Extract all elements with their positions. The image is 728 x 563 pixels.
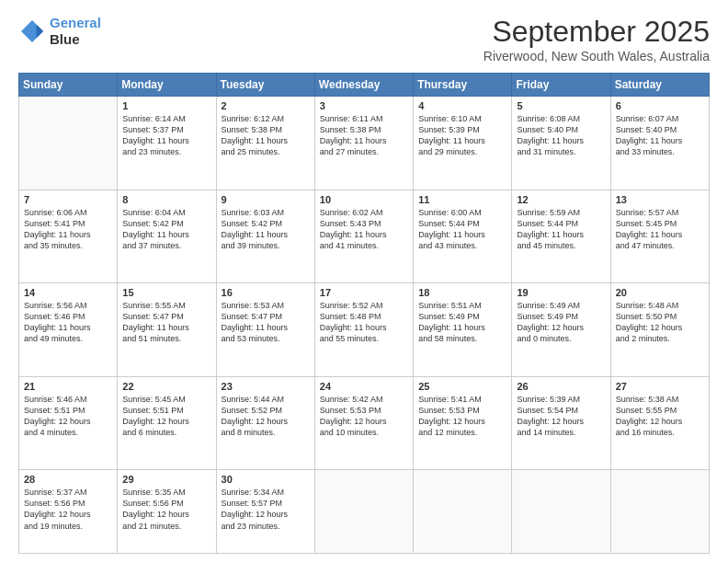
page: General Blue September 2025 Riverwood, N… (0, 0, 728, 563)
days-header-row: Sunday Monday Tuesday Wednesday Thursday… (19, 74, 710, 97)
calendar-cell: 6Sunrise: 6:07 AMSunset: 5:40 PMDaylight… (610, 97, 709, 190)
week-row-1: 1Sunrise: 6:14 AMSunset: 5:37 PMDaylight… (19, 97, 710, 190)
day-number: 26 (517, 381, 605, 392)
day-number: 3 (320, 100, 408, 111)
calendar-cell: 4Sunrise: 6:10 AMSunset: 5:39 PMDaylight… (414, 97, 512, 190)
calendar-cell (512, 470, 610, 554)
calendar-cell: 30Sunrise: 5:34 AMSunset: 5:57 PMDayligh… (216, 470, 314, 554)
month-title: September 2025 (483, 15, 710, 49)
day-number: 6 (616, 100, 704, 111)
calendar-cell: 12Sunrise: 5:59 AMSunset: 5:44 PMDayligh… (512, 190, 610, 283)
calendar-cell: 9Sunrise: 6:03 AMSunset: 5:42 PMDaylight… (216, 190, 314, 283)
cell-content: Sunrise: 6:11 AMSunset: 5:38 PMDaylight:… (320, 113, 408, 158)
week-row-4: 21Sunrise: 5:46 AMSunset: 5:51 PMDayligh… (19, 376, 710, 470)
calendar-cell: 16Sunrise: 5:53 AMSunset: 5:47 PMDayligh… (216, 283, 314, 377)
header-sunday: Sunday (19, 74, 118, 97)
day-number: 29 (122, 474, 210, 485)
cell-content: Sunrise: 5:42 AMSunset: 5:53 PMDaylight:… (320, 394, 408, 439)
calendar-cell: 8Sunrise: 6:04 AMSunset: 5:42 PMDaylight… (118, 190, 216, 283)
cell-content: Sunrise: 6:12 AMSunset: 5:38 PMDaylight:… (222, 113, 310, 158)
day-number: 28 (24, 474, 112, 485)
calendar-cell: 18Sunrise: 5:51 AMSunset: 5:49 PMDayligh… (414, 283, 512, 377)
day-number: 17 (320, 287, 408, 298)
calendar-cell: 26Sunrise: 5:39 AMSunset: 5:54 PMDayligh… (512, 376, 610, 470)
day-number: 21 (24, 381, 112, 392)
header-wednesday: Wednesday (314, 74, 413, 97)
calendar-cell: 14Sunrise: 5:56 AMSunset: 5:46 PMDayligh… (19, 283, 118, 377)
day-number: 30 (222, 474, 310, 485)
week-row-5: 28Sunrise: 5:37 AMSunset: 5:56 PMDayligh… (19, 470, 710, 554)
header-friday: Friday (512, 74, 610, 97)
header-monday: Monday (118, 74, 216, 97)
calendar-cell: 27Sunrise: 5:38 AMSunset: 5:55 PMDayligh… (610, 376, 709, 470)
calendar-cell: 24Sunrise: 5:42 AMSunset: 5:53 PMDayligh… (314, 376, 413, 470)
cell-content: Sunrise: 6:02 AMSunset: 5:43 PMDaylight:… (320, 207, 408, 252)
week-row-2: 7Sunrise: 6:06 AMSunset: 5:41 PMDaylight… (19, 190, 710, 283)
title-block: September 2025 Riverwood, New South Wale… (483, 15, 710, 63)
calendar-cell: 3Sunrise: 6:11 AMSunset: 5:38 PMDaylight… (314, 97, 413, 190)
header: General Blue September 2025 Riverwood, N… (18, 15, 710, 63)
logo: General Blue (18, 15, 101, 48)
day-number: 2 (222, 100, 310, 111)
calendar-cell: 23Sunrise: 5:44 AMSunset: 5:52 PMDayligh… (216, 376, 314, 470)
day-number: 16 (222, 287, 310, 298)
day-number: 24 (320, 381, 408, 392)
calendar-cell: 20Sunrise: 5:48 AMSunset: 5:50 PMDayligh… (610, 283, 709, 377)
day-number: 5 (517, 100, 605, 111)
day-number: 20 (616, 287, 704, 298)
calendar-cell (414, 470, 512, 554)
day-number: 23 (222, 381, 310, 392)
cell-content: Sunrise: 6:03 AMSunset: 5:42 PMDaylight:… (222, 207, 310, 252)
cell-content: Sunrise: 5:49 AMSunset: 5:49 PMDaylight:… (517, 300, 605, 345)
header-thursday: Thursday (414, 74, 512, 97)
calendar-cell (314, 470, 413, 554)
day-number: 22 (122, 381, 210, 392)
cell-content: Sunrise: 5:57 AMSunset: 5:45 PMDaylight:… (616, 207, 704, 252)
day-number: 13 (616, 194, 704, 205)
day-number: 11 (418, 194, 506, 205)
day-number: 7 (24, 194, 112, 205)
logo-icon (18, 17, 46, 45)
week-row-3: 14Sunrise: 5:56 AMSunset: 5:46 PMDayligh… (19, 283, 710, 377)
cell-content: Sunrise: 5:39 AMSunset: 5:54 PMDaylight:… (517, 394, 605, 439)
cell-content: Sunrise: 5:48 AMSunset: 5:50 PMDaylight:… (616, 300, 704, 345)
cell-content: Sunrise: 6:14 AMSunset: 5:37 PMDaylight:… (122, 113, 210, 158)
calendar-cell: 21Sunrise: 5:46 AMSunset: 5:51 PMDayligh… (19, 376, 118, 470)
cell-content: Sunrise: 5:34 AMSunset: 5:57 PMDaylight:… (222, 487, 310, 532)
cell-content: Sunrise: 5:59 AMSunset: 5:44 PMDaylight:… (517, 207, 605, 252)
header-tuesday: Tuesday (216, 74, 314, 97)
calendar-cell: 22Sunrise: 5:45 AMSunset: 5:51 PMDayligh… (118, 376, 216, 470)
cell-content: Sunrise: 5:38 AMSunset: 5:55 PMDaylight:… (616, 394, 704, 439)
calendar-cell (19, 97, 118, 190)
cell-content: Sunrise: 6:10 AMSunset: 5:39 PMDaylight:… (418, 113, 506, 158)
cell-content: Sunrise: 5:56 AMSunset: 5:46 PMDaylight:… (24, 300, 112, 345)
day-number: 1 (122, 100, 210, 111)
calendar-cell: 11Sunrise: 6:00 AMSunset: 5:44 PMDayligh… (414, 190, 512, 283)
day-number: 27 (616, 381, 704, 392)
header-saturday: Saturday (610, 74, 709, 97)
calendar-cell: 13Sunrise: 5:57 AMSunset: 5:45 PMDayligh… (610, 190, 709, 283)
cell-content: Sunrise: 5:51 AMSunset: 5:49 PMDaylight:… (418, 300, 506, 345)
cell-content: Sunrise: 5:37 AMSunset: 5:56 PMDaylight:… (24, 487, 112, 532)
day-number: 18 (418, 287, 506, 298)
cell-content: Sunrise: 5:35 AMSunset: 5:56 PMDaylight:… (122, 487, 210, 532)
cell-content: Sunrise: 6:00 AMSunset: 5:44 PMDaylight:… (418, 207, 506, 252)
cell-content: Sunrise: 6:07 AMSunset: 5:40 PMDaylight:… (616, 113, 704, 158)
svg-marker-1 (37, 25, 44, 39)
calendar-cell: 15Sunrise: 5:55 AMSunset: 5:47 PMDayligh… (118, 283, 216, 377)
calendar-cell: 17Sunrise: 5:52 AMSunset: 5:48 PMDayligh… (314, 283, 413, 377)
day-number: 8 (122, 194, 210, 205)
calendar-cell (610, 470, 709, 554)
day-number: 25 (418, 381, 506, 392)
calendar-table: Sunday Monday Tuesday Wednesday Thursday… (18, 73, 710, 554)
cell-content: Sunrise: 5:53 AMSunset: 5:47 PMDaylight:… (222, 300, 310, 345)
calendar-cell: 29Sunrise: 5:35 AMSunset: 5:56 PMDayligh… (118, 470, 216, 554)
day-number: 10 (320, 194, 408, 205)
cell-content: Sunrise: 6:08 AMSunset: 5:40 PMDaylight:… (517, 113, 605, 158)
cell-content: Sunrise: 5:41 AMSunset: 5:53 PMDaylight:… (418, 394, 506, 439)
cell-content: Sunrise: 5:52 AMSunset: 5:48 PMDaylight:… (320, 300, 408, 345)
day-number: 4 (418, 100, 506, 111)
calendar-cell: 28Sunrise: 5:37 AMSunset: 5:56 PMDayligh… (19, 470, 118, 554)
cell-content: Sunrise: 5:44 AMSunset: 5:52 PMDaylight:… (222, 394, 310, 439)
calendar-cell: 2Sunrise: 6:12 AMSunset: 5:38 PMDaylight… (216, 97, 314, 190)
